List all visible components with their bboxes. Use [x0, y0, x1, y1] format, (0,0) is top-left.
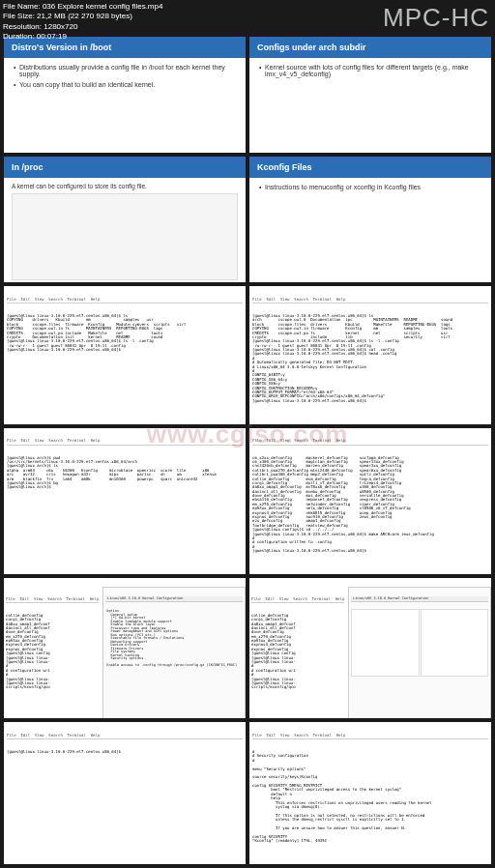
terminal-head-config: File Edit View Search Terminal Help [gue… [249, 286, 491, 424]
file-name-line: File Name: 036 Explore kernel config fil… [3, 2, 162, 12]
terminal-output: [guest@linux linux-3.10.0-229.el7.centos… [7, 314, 243, 353]
file-info-overlay: File Name: 036 Explore kernel config fil… [3, 2, 162, 43]
terminal-output: [guest@linux linux-3.10.0-229.el7.centos… [252, 314, 488, 403]
terminal-output: [guest@linux linux-3.10.0-229.el7.centos… [7, 750, 243, 754]
terminal-menu: File Edit View Search Terminal Help [252, 439, 488, 445]
terminal-kconfig-source: File Edit View Search Terminal Help # # … [249, 722, 491, 864]
xconfig-body: Option General setup [*] 64-bit kernel E… [105, 609, 243, 669]
terminal-xconfig-2: File Edit View Search Terminal Help coll… [249, 578, 491, 718]
slide-arch-subdir: Configs under arch subdir Kernel source … [249, 37, 491, 153]
terminal-output: collie_defconfig corgi_defconfig da8xx_o… [251, 614, 344, 690]
slide-body: A kernel can be configured to store its … [4, 178, 246, 282]
xconfig-title: Linux/x86 3.10.0 Kernel Configuration [351, 596, 488, 603]
terminal-output: [guest@linux arch]$ pwd /usr/src/kernels… [7, 456, 243, 490]
slide-body: Distributions usually provide a config f… [4, 58, 246, 98]
slide-title: Configs under arch subdir [249, 37, 491, 58]
xconfig-window: Linux/x86 3.10.0 Kernel Configuration [348, 587, 491, 718]
bullet: Distributions usually provide a config f… [14, 64, 236, 77]
terminal-arch-ls: File Edit View Search Terminal Help [gue… [4, 428, 246, 574]
terminal-menu: File Edit View Search Terminal Help [7, 439, 243, 445]
thumbnail-grid: Distro's Version in /boot Distributions … [0, 0, 495, 868]
bullet: You can copy that to build an identical … [14, 81, 236, 88]
xconfig-window: Linux/x86 3.10.0 Kernel Configuration Op… [102, 587, 246, 718]
terminal-menu: File Edit View Search Terminal Help [251, 597, 344, 603]
terminal-output: # # Security configuration # menu "Secur… [252, 750, 488, 844]
terminal-menu: File Edit View Search Terminal Help [7, 298, 243, 304]
file-size-line: File Size: 21,2 MB (22 270 928 bytes) [3, 12, 162, 21]
terminal-xconfig-1: File Edit View Search Terminal Help coll… [4, 578, 246, 718]
slide-body: Instructions to menuconfig or xconfig in… [249, 178, 491, 200]
terminal-menu: File Edit View Search Terminal Help [252, 298, 488, 304]
bullet: Kernel source with lots of config files … [259, 64, 481, 77]
terminal-ls: File Edit View Search Terminal Help [gue… [4, 286, 246, 424]
app-brand: MPC-HC [383, 2, 489, 35]
terminal-menu: File Edit View Search Terminal Help [6, 597, 99, 603]
terminal-output: cm_x2xx_defconfig mackerel_defconfig soc… [252, 456, 488, 554]
slide-kconfig: Kconfig Files Instructions to menuconfig… [249, 157, 491, 282]
terminal-defconfigs: File Edit View Search Terminal Help cm_x… [249, 428, 491, 574]
terminal-prompt: File Edit View Search Terminal Help [gue… [4, 722, 246, 864]
xconfig-title: Linux/x86 3.10.0 Kernel Configuration [105, 596, 243, 603]
terminal-menu: File Edit View Search Terminal Help [252, 734, 488, 739]
proc-screenshot [12, 193, 238, 280]
resolution-line: Resolution: 1280x720 [3, 22, 162, 32]
terminal-output: collie_defconfig corgi_defconfig da8xx_o… [6, 614, 99, 690]
proc-text: A kernel can be configured to store its … [12, 183, 238, 189]
slide-body: Kernel source with lots of config files … [249, 58, 491, 87]
bullet: Instructions to menuconfig or xconfig in… [259, 184, 481, 190]
terminal-menu: File Edit View Search Terminal Help [7, 734, 243, 739]
slide-distro-boot: Distro's Version in /boot Distributions … [4, 37, 246, 153]
duration-line: Duration: 00:07:19 [3, 32, 162, 42]
slide-title: Kconfig Files [249, 157, 491, 178]
slide-in-proc: In /proc A kernel can be configured to s… [4, 157, 246, 282]
slide-title: In /proc [4, 157, 246, 178]
